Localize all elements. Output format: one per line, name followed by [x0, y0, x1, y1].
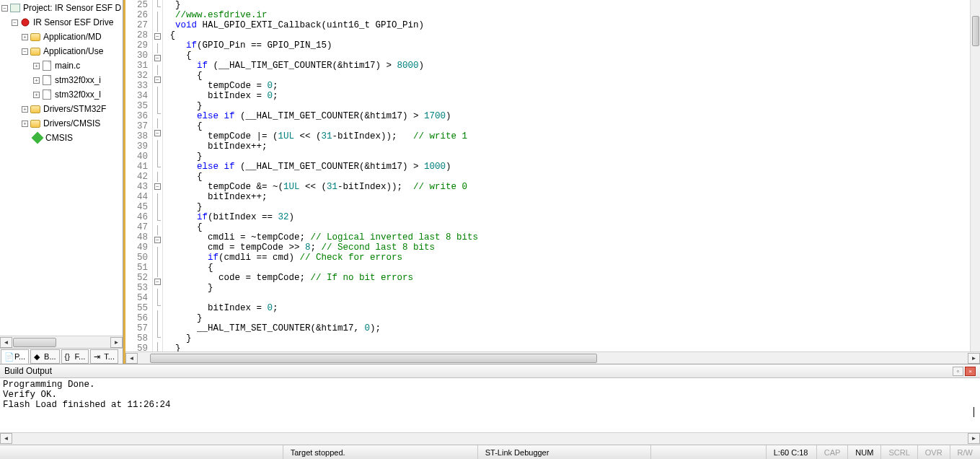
code-line[interactable]: }	[164, 333, 980, 344]
tree-target[interactable]: − IR Sensor ESF Drive	[0, 15, 123, 30]
code-line[interactable]: bitIndex++;	[164, 192, 980, 202]
tree-group-drv-cmsis[interactable]: + Drivers/CMSIS	[0, 116, 123, 131]
tab-label: T...	[104, 352, 115, 361]
code-line[interactable]: }	[164, 202, 980, 212]
code-line[interactable]: tempCode &= ~(1UL << (31-bitIndex)); // …	[164, 182, 980, 192]
scroll-left-icon[interactable]: ◄	[0, 337, 12, 348]
code-line[interactable]: code = tempCode; // If no bit errors	[164, 273, 980, 283]
scroll-thumb[interactable]	[150, 354, 597, 363]
tree-file-msp[interactable]: + stm32f0xx_l	[0, 87, 123, 102]
code-line[interactable]: }	[164, 101, 980, 111]
scroll-right-icon[interactable]: ►	[968, 433, 980, 444]
close-button[interactable]: ×	[965, 367, 976, 376]
tree-group-cmsis[interactable]: CMSIS	[0, 131, 123, 145]
expand-icon[interactable]: +	[22, 121, 28, 127]
code-line[interactable]: }	[164, 283, 980, 293]
code-line[interactable]: {	[164, 71, 980, 81]
sidebar-tabs: 📄P... ◆B... {}F... ⇥T...	[0, 348, 123, 364]
line-number: 45	[125, 202, 148, 212]
line-number: 33	[125, 81, 148, 91]
fold-line-icon	[154, 320, 161, 331]
tab-templates[interactable]: ⇥T...	[90, 349, 118, 364]
expand-icon[interactable]: +	[22, 106, 28, 113]
tree-file-it[interactable]: + stm32f0xx_i	[0, 73, 123, 87]
fold-collapse-icon: −	[154, 183, 161, 190]
fold-end-icon	[154, 162, 161, 168]
code-line[interactable]: }	[164, 152, 980, 162]
tree-group-app-user[interactable]: − Application/Use	[0, 44, 123, 58]
status-debugger: ST-Link Debugger	[478, 445, 651, 459]
editor-vscrollbar[interactable]	[970, 0, 980, 351]
code-line[interactable]: bitIndex = 0;	[164, 91, 980, 101]
tab-books[interactable]: ◆B...	[30, 349, 60, 364]
fold-line-icon	[154, 22, 161, 32]
code-line[interactable]: }	[164, 0, 980, 10]
line-number: 59	[125, 344, 148, 351]
code-line[interactable]: cmd = tempCode >> 8; // Second last 8 bi…	[164, 242, 980, 253]
tree-group-app-md[interactable]: + Application/MD	[0, 30, 123, 44]
expand-icon[interactable]: +	[22, 34, 28, 40]
expand-icon[interactable]: +	[33, 63, 40, 69]
scroll-thumb[interactable]	[13, 338, 56, 347]
status-empty	[651, 445, 767, 459]
fold-collapse-icon: −	[154, 279, 161, 285]
expand-icon[interactable]: +	[33, 77, 40, 84]
expand-icon[interactable]: +	[33, 92, 40, 98]
build-hscrollbar[interactable]: ◄ ►	[0, 432, 980, 445]
project-tree[interactable]: − Project: IR Sensor ESF D − IR Sensor E…	[0, 0, 123, 336]
code-line[interactable]: bitIndex = 0;	[164, 303, 980, 313]
code-line[interactable]: if(bitIndex == 32)	[164, 212, 980, 222]
target-icon	[19, 17, 31, 27]
scroll-left-icon[interactable]: ◄	[125, 353, 138, 364]
code-line[interactable]	[164, 293, 980, 303]
code-line[interactable]: void HAL_GPIO_EXTI_Callback(uint16_t GPI…	[164, 20, 980, 30]
line-number: 50	[125, 253, 148, 263]
editor-hscrollbar[interactable]: ◄ ►	[125, 351, 980, 364]
tab-project[interactable]: 📄P...	[1, 349, 29, 364]
collapse-icon[interactable]: −	[1, 5, 8, 12]
line-number: 26	[125, 10, 148, 20]
code-body[interactable]: } //www.esfdrive.ir void HAL_GPIO_EXTI_C…	[163, 0, 980, 351]
fold-gutter[interactable]: −−−−−−−	[153, 0, 163, 351]
code-line[interactable]: {	[164, 121, 980, 131]
project-icon: 📄	[4, 352, 13, 361]
code-line[interactable]: }	[164, 344, 980, 351]
code-line[interactable]: tempCode = 0;	[164, 81, 980, 91]
code-line[interactable]: bitIndex++;	[164, 141, 980, 152]
tree-group-drv-hal[interactable]: + Drivers/STM32F	[0, 102, 123, 116]
tree-file-main[interactable]: + main.c	[0, 58, 123, 73]
code-editor[interactable]: 2526272829303132333435363738394041424344…	[125, 0, 980, 351]
code-line[interactable]: cmdli = ~tempCode; // Logical inverted l…	[164, 232, 980, 242]
scroll-thumb[interactable]	[972, 16, 979, 46]
code-line[interactable]: }	[164, 313, 980, 323]
code-line[interactable]: tempCode |= (1UL << (31-bitIndex)); // w…	[164, 131, 980, 141]
line-number: 42	[125, 172, 148, 182]
code-line[interactable]: if(GPIO_Pin == GPIO_PIN_15)	[164, 40, 980, 51]
code-line[interactable]: {	[164, 263, 980, 273]
code-line[interactable]: else if (__HAL_TIM_GET_COUNTER(&htim17) …	[164, 162, 980, 172]
fold-line-icon	[154, 225, 161, 235]
code-line[interactable]: {	[164, 172, 980, 182]
code-line[interactable]: if(cmdli == cmd) // Check for errors	[164, 253, 980, 263]
code-line[interactable]: __HAL_TIM_SET_COUNTER(&htim17, 0);	[164, 323, 980, 333]
build-output-text[interactable]: Programming Done. Verify OK. Flash Load …	[0, 378, 980, 432]
tree-hscrollbar[interactable]: ◄ ►	[0, 336, 123, 348]
code-line[interactable]: {	[164, 222, 980, 232]
pin-button[interactable]: ▫	[953, 367, 963, 376]
scroll-left-icon[interactable]: ◄	[0, 433, 12, 444]
code-line[interactable]: if (__HAL_TIM_GET_COUNTER(&htim17) > 800…	[164, 61, 980, 71]
folder-icon	[30, 118, 41, 128]
code-line[interactable]: {	[164, 51, 980, 61]
fold-collapse-icon: −	[154, 33, 161, 40]
code-line[interactable]: {	[164, 30, 980, 40]
fold-collapse-icon: −	[154, 76, 161, 83]
collapse-icon[interactable]: −	[12, 19, 18, 26]
tree-project-root[interactable]: − Project: IR Sensor ESF D	[0, 1, 123, 15]
scroll-right-icon[interactable]: ►	[968, 353, 980, 364]
code-line[interactable]: //www.esfdrive.ir	[164, 10, 980, 20]
tab-functions[interactable]: {}F...	[61, 349, 89, 364]
line-number: 25	[125, 0, 148, 10]
scroll-right-icon[interactable]: ►	[110, 337, 123, 348]
code-line[interactable]: else if (__HAL_TIM_GET_COUNTER(&htim17) …	[164, 111, 980, 121]
collapse-icon[interactable]: −	[22, 48, 28, 55]
